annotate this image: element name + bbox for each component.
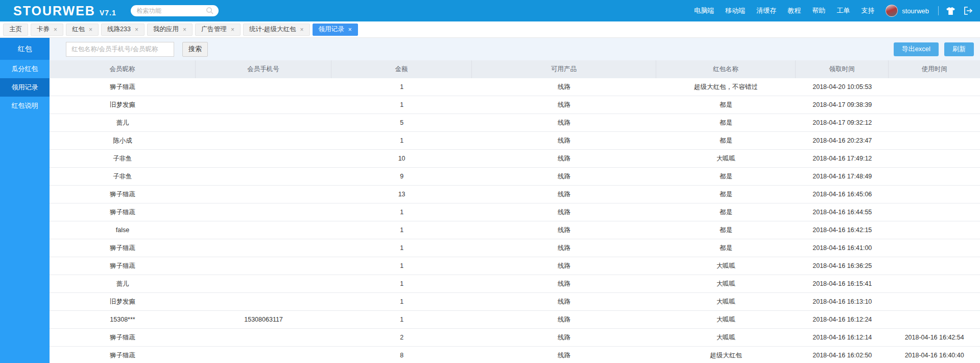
record-search-input[interactable]: [66, 42, 174, 57]
cell: 都是: [656, 186, 796, 203]
cell: [196, 78, 331, 96]
cell: 2018-04-16 16:42:15: [796, 221, 889, 239]
cell: 2018-04-16 17:49:12: [796, 150, 889, 167]
column-header-1: 会员昵称: [50, 60, 196, 78]
cell: [196, 96, 331, 114]
cell: [196, 257, 331, 275]
cell: 蔷儿: [50, 114, 196, 131]
tab-close-icon[interactable]: ×: [183, 27, 186, 33]
tab-8[interactable]: 领用记录×: [313, 24, 358, 36]
cell: 1: [331, 311, 472, 328]
tab-6[interactable]: 广告管理×: [195, 24, 241, 36]
topnav-link-2[interactable]: 移动端: [725, 6, 745, 15]
cell: 15308***: [50, 311, 196, 328]
search-button[interactable]: 搜索: [182, 42, 208, 57]
tab-close-icon[interactable]: ×: [135, 27, 138, 33]
tab-label: 主页: [9, 25, 22, 34]
cell: 5: [331, 114, 472, 131]
topnav-link-1[interactable]: 电脑端: [694, 6, 714, 15]
column-header-3: 金额: [331, 60, 472, 78]
tab-label: 我的应用: [153, 25, 179, 34]
table-row: 狮子猫蔬13线路都是2018-04-16 16:45:06: [50, 186, 980, 203]
tab-7[interactable]: 统计-超级大红包×: [243, 24, 310, 36]
theme-shirt-icon[interactable]: [946, 7, 955, 15]
cell: 1: [331, 132, 472, 149]
cell: 线路: [472, 257, 656, 275]
cell: [196, 203, 331, 221]
cell: [889, 257, 980, 275]
table-row: 狮子猫蔬1线路都是2018-04-16 16:44:55: [50, 203, 980, 221]
cell: 2018-04-20 10:05:53: [796, 78, 889, 96]
cell: [196, 168, 331, 185]
content: 搜索 导出excel 刷新 会员昵称会员手机号金额可用产品红包名称领取时间使用时…: [50, 38, 980, 363]
tab-close-icon[interactable]: ×: [54, 27, 57, 33]
tab-close-icon[interactable]: ×: [348, 27, 352, 33]
cell: 线路: [472, 150, 656, 167]
cell: 线路: [472, 329, 656, 346]
cell: [889, 132, 980, 149]
cell: 线路: [472, 203, 656, 221]
table-row: 子非鱼9线路都是2018-04-16 17:48:49: [50, 168, 980, 186]
cell: [889, 78, 980, 96]
cell: 线路: [472, 186, 656, 203]
sidebar: 红包 瓜分红包领用记录红包说明: [0, 38, 50, 363]
cell: 2018-04-16 16:13:10: [796, 293, 889, 310]
tab-2[interactable]: 卡券×: [31, 24, 63, 36]
tab-3[interactable]: 红包×: [66, 24, 99, 36]
tab-close-icon[interactable]: ×: [89, 27, 92, 33]
search-icon: [206, 7, 214, 15]
column-header-7: 使用时间: [889, 60, 980, 78]
sidebar-item-3[interactable]: 红包说明: [0, 97, 50, 115]
cell: 线路: [472, 275, 656, 292]
cell: [889, 293, 980, 310]
topnav-link-3[interactable]: 清缓存: [756, 6, 776, 15]
tab-1[interactable]: 主页: [3, 24, 28, 36]
sidebar-title-redpacket[interactable]: 红包: [0, 38, 50, 60]
cell: [196, 114, 331, 131]
cell: [889, 150, 980, 167]
cell: [889, 239, 980, 257]
avatar[interactable]: [886, 5, 898, 17]
export-excel-button[interactable]: 导出excel: [894, 42, 939, 56]
refresh-button[interactable]: 刷新: [944, 42, 974, 56]
cell: 8: [331, 347, 472, 363]
cell: 2018-04-17 09:38:39: [796, 96, 889, 114]
user-area[interactable]: stourweb: [886, 5, 929, 17]
cell: [889, 311, 980, 328]
top-nav: 电脑端移动端清缓存教程帮助工单支持: [694, 6, 874, 15]
tab-label: 统计-超级大红包: [249, 25, 296, 34]
tab-5[interactable]: 我的应用×: [147, 24, 193, 36]
toolbar: 搜索 导出excel 刷新: [50, 38, 980, 60]
topnav-link-6[interactable]: 工单: [836, 6, 850, 15]
cell: 1: [331, 203, 472, 221]
sidebar-item-2[interactable]: 领用记录: [0, 78, 50, 97]
cell: 狮子猫蔬: [50, 203, 196, 221]
column-header-4: 可用产品: [472, 60, 656, 78]
cell: 9: [331, 168, 472, 185]
logo-text: STOURWEB: [13, 4, 95, 18]
cell: 狮子猫蔬: [50, 78, 196, 96]
tab-close-icon[interactable]: ×: [231, 27, 234, 33]
cell: [196, 329, 331, 346]
column-header-6: 领取时间: [796, 60, 889, 78]
cell: 1: [331, 293, 472, 310]
tab-4[interactable]: 线路233×: [101, 24, 145, 36]
cell: [889, 186, 980, 203]
topnav-link-5[interactable]: 帮助: [812, 6, 825, 15]
cell: 狮子猫蔬: [50, 186, 196, 203]
tab-close-icon[interactable]: ×: [300, 27, 304, 33]
topnav-link-4[interactable]: 教程: [787, 6, 801, 15]
cell: [196, 132, 331, 149]
logout-icon[interactable]: [964, 7, 973, 15]
column-header-2: 会员手机号: [196, 60, 331, 78]
topnav-link-7[interactable]: 支持: [861, 6, 874, 15]
sidebar-item-1[interactable]: 瓜分红包: [0, 60, 50, 78]
cell: false: [50, 221, 196, 239]
cell: 超级大红包: [656, 347, 796, 363]
table-row: 狮子猫蔬1线路超级大红包，不容错过2018-04-20 10:05:53: [50, 78, 980, 96]
cell: 线路: [472, 311, 656, 328]
cell: 2018-04-16 16:45:06: [796, 186, 889, 203]
cell: 1: [331, 221, 472, 239]
cell: [196, 186, 331, 203]
topbar: STOURWEB V7.1 电脑端移动端清缓存教程帮助工单支持 stourweb: [0, 0, 980, 21]
